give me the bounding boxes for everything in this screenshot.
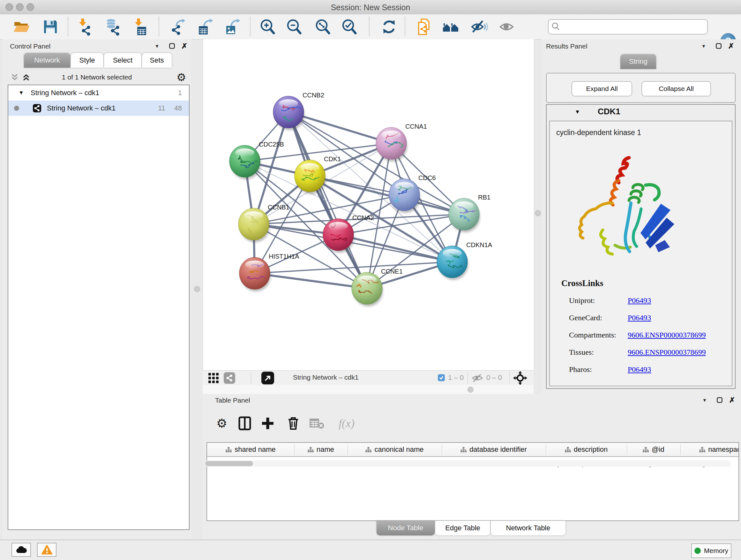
import-network-from-database-icon[interactable] xyxy=(105,18,122,36)
zoom-fit-icon[interactable] xyxy=(314,18,332,36)
export-network-icon[interactable] xyxy=(170,18,188,36)
collapse-all-button[interactable]: Collapse All xyxy=(642,81,711,97)
tab-sets[interactable]: Sets xyxy=(142,53,172,68)
toolbar-separator xyxy=(158,17,159,36)
column-separator[interactable] xyxy=(546,444,546,455)
results-panel-close-icon[interactable]: ✗ xyxy=(726,41,736,51)
column-header-description[interactable]: description xyxy=(546,443,627,457)
search-box[interactable] xyxy=(548,19,708,35)
open-session-icon[interactable] xyxy=(12,18,30,36)
left-splitter-handle[interactable] xyxy=(194,286,200,292)
network-node-CDK1[interactable]: CDK1 xyxy=(294,155,341,194)
zoom-selected-icon[interactable] xyxy=(340,18,358,36)
network-collection-row[interactable]: ▼ String Network – cdk1 1 xyxy=(8,85,189,101)
table-options-gear-icon[interactable]: ⚙ xyxy=(213,415,230,432)
column-header-shared-name[interactable]: shared name xyxy=(207,443,294,457)
apply-layout-icon[interactable] xyxy=(380,18,398,36)
warning-icon xyxy=(41,545,53,555)
table-panel-float-icon[interactable] xyxy=(715,395,724,405)
search-input[interactable] xyxy=(563,23,707,31)
crosslink-link[interactable]: 9606.ENSP00000378699 xyxy=(628,348,706,357)
selected-checkbox-icon[interactable] xyxy=(438,374,445,381)
delete-column-icon[interactable] xyxy=(285,415,301,432)
column-separator[interactable] xyxy=(294,444,294,455)
create-column-icon[interactable] xyxy=(259,415,276,432)
zoom-out-icon[interactable] xyxy=(285,18,303,36)
tab-network[interactable]: Network xyxy=(24,53,70,68)
toolbar-separator xyxy=(250,17,251,36)
column-separator[interactable] xyxy=(347,444,348,455)
zoom-in-icon[interactable] xyxy=(259,18,276,36)
network-node-CDC25B[interactable]: CDC25B xyxy=(229,141,284,179)
crosslink-link[interactable]: 9606.ENSP00000378699 xyxy=(628,331,706,339)
collection-expand-icon[interactable]: ▼ xyxy=(18,90,24,96)
table-panel-collapse-icon[interactable]: ▾ xyxy=(700,395,710,405)
column-header--id[interactable]: @id xyxy=(627,443,680,457)
tab-network-table[interactable]: Network Table xyxy=(491,521,565,536)
column-header-name[interactable]: name xyxy=(294,443,347,457)
control-panel-collapse-icon[interactable]: ▾ xyxy=(152,41,162,51)
column-separator[interactable] xyxy=(680,444,681,455)
node-table[interactable]: shared nameCDK1nameCDK1canonical nameP06… xyxy=(206,442,739,521)
network-edge-HIST1H1A-CCNE1[interactable] xyxy=(255,273,367,288)
delete-table-icon[interactable] xyxy=(309,415,325,432)
results-panel-float-icon[interactable] xyxy=(714,41,724,51)
network-canvas[interactable]: CCNB2CCNA1CDC25BCDK1CDC6RB1CCNB1CCNA2CDK… xyxy=(203,39,534,370)
control-panel-float-icon[interactable] xyxy=(167,41,177,51)
birds-eye-crosshair-icon[interactable] xyxy=(513,371,527,385)
export-image-icon[interactable] xyxy=(224,18,242,36)
import-network-icon[interactable] xyxy=(77,18,94,36)
tab-edge-table[interactable]: Edge Table xyxy=(435,521,490,536)
tab-string-results[interactable]: String xyxy=(620,54,656,69)
network-edge-CCNB2-CCNE1[interactable] xyxy=(288,112,367,288)
memory-button[interactable]: Memory xyxy=(691,543,731,558)
show-columns-icon[interactable] xyxy=(237,415,253,432)
hidden-eye-icon[interactable] xyxy=(472,374,483,382)
column-separator[interactable] xyxy=(442,444,442,455)
function-builder-icon[interactable]: f(x) xyxy=(332,415,361,432)
control-panel-close-icon[interactable]: ✗ xyxy=(180,41,189,51)
copy-network-icon[interactable] xyxy=(415,18,433,36)
export-table-icon[interactable] xyxy=(197,18,215,36)
column-separator[interactable] xyxy=(627,444,627,455)
cloud-status-button[interactable] xyxy=(11,543,31,557)
right-splitter-handle[interactable] xyxy=(535,210,541,216)
network-node-RB1[interactable]: RB1 xyxy=(449,194,490,233)
tab-node-table[interactable]: Node Table xyxy=(377,521,434,536)
network-row[interactable]: String Network – cdk1 11 48 xyxy=(8,101,189,116)
network-node-HIST1H1A[interactable]: HIST1H1A xyxy=(239,253,299,292)
open-in-window-icon[interactable] xyxy=(261,372,274,384)
grid-view-icon[interactable] xyxy=(208,373,219,383)
window-title: Session: New Session xyxy=(0,3,741,12)
warning-status-button[interactable] xyxy=(37,543,57,557)
string-home-icon[interactable] xyxy=(442,18,460,36)
results-panel-collapse-icon[interactable]: ▾ xyxy=(699,41,709,51)
protein-collapse-icon[interactable]: ▼ xyxy=(575,109,580,115)
column-header-namespace[interactable]: namespace xyxy=(680,443,739,457)
crosslink-link[interactable]: P06493 xyxy=(628,314,651,322)
crosslink-link[interactable]: P06493 xyxy=(628,296,651,305)
horizontal-splitter-handle[interactable] xyxy=(468,387,474,393)
column-header-canonical-name[interactable]: canonical name xyxy=(347,443,442,457)
network-options-gear-icon[interactable]: ⚙ xyxy=(177,71,186,84)
column-header-database-identifier[interactable]: database identifier xyxy=(442,443,546,457)
protein-section: ▼ CDK1 cyclin-dependent kinase 1 xyxy=(546,104,736,389)
import-table-icon[interactable] xyxy=(132,18,150,36)
memory-status-dot xyxy=(694,548,701,554)
network-view[interactable]: CCNB2CCNA1CDC25BCDK1CDC6RB1CCNB1CCNA2CDK… xyxy=(203,39,534,370)
network-share-badge-icon[interactable] xyxy=(224,372,235,384)
tab-select[interactable]: Select xyxy=(104,53,141,68)
table-horizontal-scrollbar[interactable] xyxy=(205,460,731,467)
table-scrollbar-thumb[interactable] xyxy=(205,461,253,466)
hide-glass-icon[interactable] xyxy=(470,18,488,36)
expand-all-button[interactable]: Expand All xyxy=(571,81,632,97)
network-edge-count: 48 xyxy=(174,104,182,112)
show-glass-icon[interactable] xyxy=(498,18,516,36)
horizontal-splitter[interactable] xyxy=(203,385,534,394)
network-node-CCNB2[interactable]: CCNB2 xyxy=(273,91,324,130)
network-node-CCNA1[interactable]: CCNA1 xyxy=(376,123,427,162)
table-panel-close-icon[interactable]: ✗ xyxy=(727,395,737,405)
tab-style[interactable]: Style xyxy=(71,53,104,68)
crosslink-link[interactable]: P06493 xyxy=(628,365,651,374)
save-session-icon[interactable] xyxy=(42,18,59,36)
